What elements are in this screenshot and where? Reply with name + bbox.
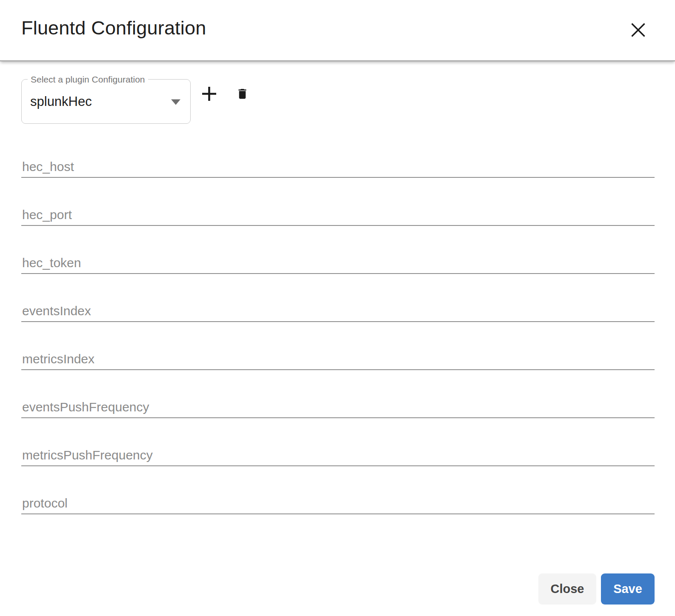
dialog-footer: Close Save — [21, 573, 655, 605]
metrics-push-frequency-input[interactable] — [21, 448, 655, 466]
hec-host-input[interactable] — [21, 159, 655, 178]
field-row-hec-host — [21, 159, 655, 178]
plugin-config-select[interactable]: Select a plugin Configuration splunkHec — [21, 79, 191, 124]
field-row-hec-port — [21, 207, 655, 226]
save-button[interactable]: Save — [601, 573, 655, 605]
plugin-selector-row: Select a plugin Configuration splunkHec — [21, 79, 655, 124]
plugin-config-select-label: Select a plugin Configuration — [28, 74, 148, 85]
delete-config-button[interactable] — [232, 83, 252, 104]
chevron-down-icon — [171, 99, 180, 105]
plus-icon — [201, 86, 217, 102]
hec-token-input[interactable] — [21, 255, 655, 274]
dialog-close-button[interactable] — [628, 20, 648, 40]
field-row-metrics-index — [21, 351, 655, 370]
close-button[interactable]: Close — [538, 573, 596, 605]
dialog-body: Select a plugin Configuration splunkHec — [0, 79, 675, 605]
x-icon — [630, 22, 646, 38]
add-config-button[interactable] — [199, 83, 219, 104]
fluentd-configuration-dialog: Fluentd Configuration Select a plugin Co… — [0, 0, 675, 616]
metrics-index-input[interactable] — [21, 351, 655, 370]
dialog-header: Fluentd Configuration — [0, 0, 675, 61]
field-row-events-index — [21, 303, 655, 322]
field-row-hec-token — [21, 255, 655, 274]
field-row-events-push-frequency — [21, 399, 655, 418]
config-fields — [21, 159, 655, 514]
protocol-input[interactable] — [21, 496, 655, 514]
field-row-metrics-push-frequency — [21, 448, 655, 466]
trash-icon — [236, 87, 249, 101]
page-title: Fluentd Configuration — [21, 17, 206, 39]
events-index-input[interactable] — [21, 303, 655, 322]
field-row-protocol — [21, 496, 655, 514]
hec-port-input[interactable] — [21, 207, 655, 226]
plugin-config-select-value: splunkHec — [30, 94, 92, 109]
events-push-frequency-input[interactable] — [21, 399, 655, 418]
